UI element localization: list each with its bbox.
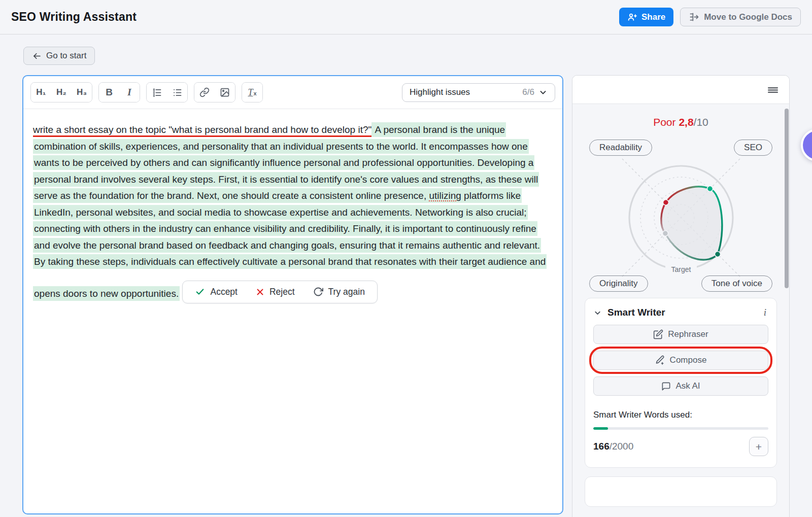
share-button-label: Share xyxy=(641,12,665,22)
insert-link-button[interactable] xyxy=(194,83,215,102)
seo-score-dot xyxy=(707,186,713,192)
tone-of-voice-pill[interactable]: Tone of voice xyxy=(701,275,772,292)
sidebar-header xyxy=(572,76,789,104)
ordered-list-icon xyxy=(152,87,162,98)
overall-score: Poor 2,8/10 xyxy=(572,116,789,128)
words-used-progress-bar xyxy=(593,427,768,430)
clear-formatting-button[interactable]: Tx xyxy=(242,83,262,102)
accept-label: Accept xyxy=(210,287,238,297)
insert-image-button[interactable] xyxy=(215,83,235,102)
move-to-google-docs-label: Move to Google Docs xyxy=(704,12,792,22)
score-sidebar: Poor 2,8/10 Readability SEO xyxy=(572,75,790,517)
reject-label: Reject xyxy=(269,287,295,297)
compose-label: Compose xyxy=(670,355,707,365)
format-button-group: B I xyxy=(98,82,140,102)
add-words-button[interactable]: + xyxy=(749,437,768,456)
bullet-list-icon xyxy=(172,87,183,98)
score-grade: Poor xyxy=(653,116,675,128)
reject-button[interactable]: Reject xyxy=(256,287,295,297)
gauge-target-label: Target xyxy=(671,265,691,273)
accept-button[interactable]: Accept xyxy=(195,287,238,297)
editor-text-area[interactable]: write a short essay on the topic "what i… xyxy=(23,109,562,303)
highlight-issues-label: Highlight issues xyxy=(410,87,470,97)
person-plus-icon xyxy=(627,12,637,22)
go-to-start-button[interactable]: Go to start xyxy=(23,47,95,65)
go-to-start-label: Go to start xyxy=(46,51,86,61)
smart-writer-card: Smart Writer i Rephraser xyxy=(585,298,777,468)
rephraser-label: Rephraser xyxy=(668,329,708,339)
highlight-issues-dropdown[interactable]: Highlight issues 6/6 xyxy=(402,83,555,102)
words-used-value: 166 xyxy=(593,441,610,452)
heading3-button[interactable]: H₃ xyxy=(72,83,92,102)
words-used-count: 166/2000 xyxy=(593,441,633,452)
spellcheck-flagged-word: utilizing xyxy=(429,190,461,201)
share-button[interactable]: Share xyxy=(619,8,673,26)
menu-icon[interactable] xyxy=(767,84,779,96)
insert-button-group xyxy=(194,82,235,102)
prompt-text: write a short essay on the topic "what i… xyxy=(33,124,371,137)
smart-writer-title: Smart Writer xyxy=(607,307,665,318)
chat-bubble-icon xyxy=(661,382,671,391)
info-icon[interactable]: i xyxy=(762,307,768,318)
ai-generated-text: A personal brand is the unique combinati… xyxy=(33,122,547,301)
chevron-down-icon xyxy=(538,88,548,97)
image-icon xyxy=(220,87,230,97)
page-title: SEO Writing Assistant xyxy=(11,10,137,24)
bold-button[interactable]: B xyxy=(99,83,119,102)
clear-formatting-icon: Tx xyxy=(248,87,256,98)
header-actions: Share Move to Google Docs xyxy=(619,8,801,26)
editor-panel: H₁ H₂ H₃ B I xyxy=(22,75,563,514)
bullet-list-button[interactable] xyxy=(167,83,187,102)
highlight-issues-count: 6/6 xyxy=(522,87,534,97)
try-again-label: Try again xyxy=(328,287,365,297)
score-max: /10 xyxy=(694,116,708,128)
heading-button-group: H₁ H₂ H₃ xyxy=(30,82,92,102)
refresh-icon xyxy=(313,287,323,297)
arrow-left-icon xyxy=(32,51,42,61)
words-used-progress-fill xyxy=(593,427,608,430)
ai-suggestion-actions: Accept Reject Try again xyxy=(182,281,377,303)
score-gauge-chart: Target xyxy=(600,157,762,283)
heading2-button[interactable]: H₂ xyxy=(51,83,72,102)
readability-pill[interactable]: Readability xyxy=(589,140,652,156)
pencil-square-icon xyxy=(653,329,663,339)
link-icon xyxy=(199,87,210,97)
rephraser-button[interactable]: Rephraser xyxy=(593,325,768,344)
x-icon xyxy=(256,288,264,296)
compose-button[interactable]: Compose xyxy=(593,351,768,370)
try-again-button[interactable]: Try again xyxy=(313,287,365,297)
ask-ai-label: Ask AI xyxy=(675,381,700,391)
readability-score-dot xyxy=(663,200,668,205)
sidebar-scrollbar[interactable] xyxy=(785,109,789,288)
smart-writer-header[interactable]: Smart Writer i xyxy=(593,307,768,318)
heading1-button[interactable]: H₁ xyxy=(31,83,51,102)
ask-ai-button[interactable]: Ask AI xyxy=(593,376,768,396)
floating-assistant-button[interactable] xyxy=(801,129,812,161)
italic-button[interactable]: I xyxy=(119,83,140,102)
metric-pills-bottom: Originality Tone of voice xyxy=(572,275,789,292)
words-total-value: /2000 xyxy=(610,441,634,452)
words-used-label: Smart Writer Words used: xyxy=(593,410,768,420)
move-to-docs-icon xyxy=(689,12,699,22)
seo-pill[interactable]: SEO xyxy=(734,140,772,156)
check-icon xyxy=(195,287,205,297)
clear-format-group: Tx xyxy=(242,82,263,102)
chevron-down-icon xyxy=(593,308,602,317)
editor-toolbar: H₁ H₂ H₃ B I xyxy=(23,76,562,109)
ordered-list-button[interactable] xyxy=(147,83,167,102)
move-to-google-docs-button[interactable]: Move to Google Docs xyxy=(680,8,801,26)
next-section-card xyxy=(585,476,777,507)
score-value: 2,8 xyxy=(679,116,693,128)
list-button-group xyxy=(146,82,188,102)
tone-of-voice-score-dot xyxy=(715,252,720,257)
app-header: SEO Writing Assistant Share Move to Goog xyxy=(0,0,812,35)
metric-pills-top: Readability SEO xyxy=(572,140,789,156)
originality-pill[interactable]: Originality xyxy=(589,275,648,292)
pen-sparkle-icon xyxy=(655,355,665,365)
originality-score-dot xyxy=(662,231,668,236)
